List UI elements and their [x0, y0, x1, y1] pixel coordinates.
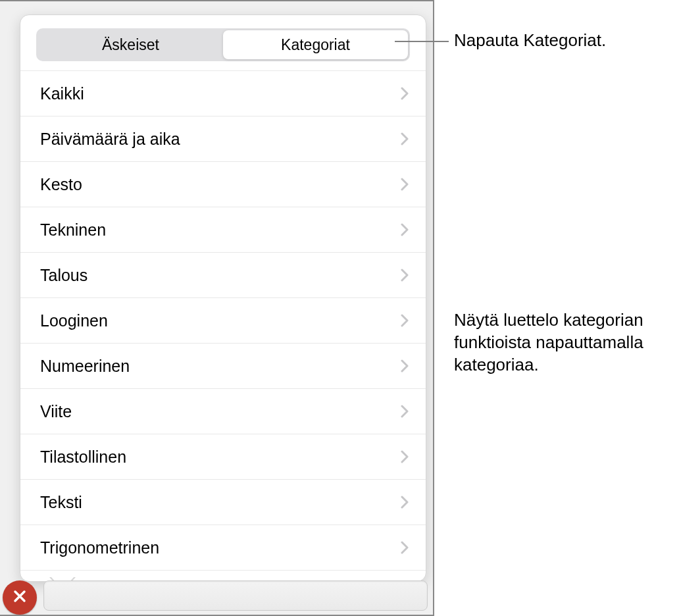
chevron-right-icon	[401, 223, 409, 236]
chevron-right-icon	[401, 496, 409, 509]
category-list: Kaikki Päivämäärä ja aika Kesto Tekninen	[20, 70, 426, 571]
callout-leader-line	[395, 41, 449, 42]
category-label: Kesto	[40, 175, 82, 194]
category-item-engineering[interactable]: Tekninen	[20, 207, 426, 253]
category-item-financial[interactable]: Talous	[20, 253, 426, 298]
category-item-date-time[interactable]: Päivämäärä ja aika	[20, 116, 426, 162]
app-container: Äskeiset Kategoriat Kaikki Päivämäärä ja…	[0, 0, 434, 616]
category-label: Viite	[40, 402, 72, 421]
category-label: Trigonometrinen	[40, 538, 159, 557]
category-label: Talous	[40, 266, 88, 285]
tab-recent[interactable]: Äskeiset	[38, 30, 223, 59]
tab-categories[interactable]: Kategoriat	[223, 30, 408, 59]
category-item-all[interactable]: Kaikki	[20, 71, 426, 116]
category-item-trigonometric[interactable]: Trigonometrinen	[20, 525, 426, 571]
chevron-right-icon	[401, 132, 409, 145]
category-label: Tekninen	[40, 220, 106, 240]
categories-popover: Äskeiset Kategoriat Kaikki Päivämäärä ja…	[20, 14, 426, 582]
tab-categories-label: Kategoriat	[281, 36, 350, 54]
close-icon	[13, 589, 27, 606]
chevron-right-icon	[401, 541, 409, 554]
category-item-numeric[interactable]: Numeerinen	[20, 344, 426, 389]
tab-recent-label: Äskeiset	[102, 36, 159, 54]
chevron-right-icon	[401, 269, 409, 282]
chevron-right-icon	[401, 359, 409, 372]
chevron-right-icon	[401, 450, 409, 463]
callout-tap-category-list: Näytä luettelo kategorian funktioista na…	[454, 309, 671, 376]
category-label: Päivämäärä ja aika	[40, 130, 180, 149]
segmented-control: Äskeiset Kategoriat	[36, 28, 410, 61]
chevron-right-icon	[401, 87, 409, 100]
category-label: Teksti	[40, 493, 82, 512]
category-label: Looginen	[40, 311, 108, 330]
close-button[interactable]	[3, 580, 37, 615]
category-item-text[interactable]: Teksti	[20, 480, 426, 525]
category-label: Kaikki	[40, 84, 84, 103]
chevron-right-icon	[401, 405, 409, 418]
category-item-logical[interactable]: Looginen	[20, 298, 426, 344]
category-item-statistical[interactable]: Tilastollinen	[20, 434, 426, 480]
category-item-duration[interactable]: Kesto	[20, 162, 426, 207]
formula-bar[interactable]	[43, 580, 428, 611]
callout-tap-categories: Napauta Kategoriat.	[454, 30, 606, 52]
category-label: Numeerinen	[40, 357, 130, 376]
chevron-right-icon	[401, 314, 409, 327]
category-label: Tilastollinen	[40, 448, 126, 467]
category-item-reference[interactable]: Viite	[20, 389, 426, 434]
chevron-right-icon	[401, 178, 409, 191]
